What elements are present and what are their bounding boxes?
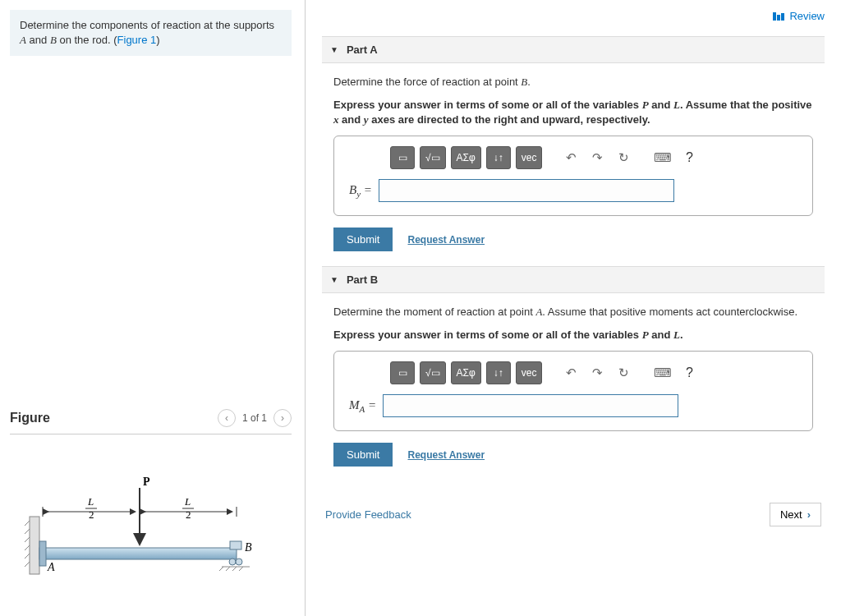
svg-line-14	[226, 567, 230, 571]
svg-text:L: L	[87, 495, 94, 508]
part-b-submit-button[interactable]: Submit	[333, 443, 393, 467]
templates-button[interactable]: ▭	[390, 146, 415, 169]
figure-prev-button[interactable]: ‹	[218, 409, 236, 427]
caret-down-icon: ▼	[330, 275, 338, 284]
part-a-submit-button[interactable]: Submit	[333, 228, 393, 251]
part-b-request-answer[interactable]: Request Answer	[407, 449, 485, 461]
greek-button[interactable]: ΑΣφ	[451, 361, 481, 384]
part-b-instructions: Express your answer in terms of some or …	[333, 328, 813, 342]
divider	[10, 434, 292, 434]
vec-button[interactable]: vec	[516, 361, 543, 384]
review-icon	[773, 12, 784, 21]
redo-button[interactable]: ↷	[586, 146, 608, 169]
label-p: P	[143, 476, 150, 488]
undo-button[interactable]: ↶	[560, 146, 581, 169]
label-a: A	[47, 561, 55, 573]
figure-pager: ‹ 1 of 1 ›	[218, 409, 292, 427]
part-a-answer-box: ▭ √▭ ΑΣφ ↓↑ vec ↶ ↷ ↻ ⌨ ? By =	[333, 136, 813, 216]
next-button[interactable]: Next›	[770, 503, 821, 526]
arrows-button[interactable]: ↓↑	[486, 146, 511, 169]
label-b: B	[245, 541, 252, 554]
part-a-request-answer[interactable]: Request Answer	[407, 234, 485, 246]
part-a-instructions: Express your answer in terms of some or …	[333, 98, 813, 127]
chevron-right-icon: ›	[807, 508, 811, 521]
greek-button[interactable]: ΑΣφ	[451, 146, 481, 169]
part-b-prompt: Determine the moment of reaction at poin…	[333, 305, 813, 319]
review-link[interactable]: Review	[773, 10, 825, 22]
part-a-header[interactable]: ▼ Part A	[322, 36, 825, 63]
sqrt-button[interactable]: √▭	[420, 146, 446, 169]
reset-button[interactable]: ↻	[613, 146, 634, 169]
figure-title: Figure	[10, 411, 50, 425]
provide-feedback-link[interactable]: Provide Feedback	[325, 508, 411, 521]
svg-line-15	[232, 567, 237, 571]
reset-button[interactable]: ↻	[613, 361, 634, 384]
part-b-answer-input[interactable]	[383, 394, 678, 417]
figure-next-button[interactable]: ›	[273, 409, 292, 427]
svg-rect-7	[39, 548, 237, 559]
part-b-answer-box: ▭ √▭ ΑΣφ ↓↑ vec ↶ ↷ ↻ ⌨ ? MA =	[333, 351, 813, 431]
redo-button[interactable]: ↷	[586, 361, 608, 384]
svg-text:2: 2	[186, 508, 191, 521]
svg-text:L: L	[184, 495, 191, 508]
undo-button[interactable]: ↶	[560, 361, 581, 384]
help-button[interactable]: ?	[678, 147, 700, 168]
svg-line-16	[239, 567, 243, 571]
svg-rect-9	[230, 541, 241, 549]
svg-line-5	[25, 554, 30, 559]
part-a-answer-input[interactable]	[379, 179, 674, 202]
svg-point-10	[229, 559, 236, 565]
part-a-prompt: Determine the force of reaction at point…	[333, 75, 813, 90]
templates-button[interactable]: ▭	[390, 361, 415, 384]
svg-rect-0	[30, 517, 39, 574]
figure-diagram: P A B L 2 L 2	[10, 459, 264, 582]
figure-link[interactable]: Figure 1	[117, 34, 157, 46]
svg-line-2	[25, 529, 30, 534]
help-button[interactable]: ?	[678, 362, 700, 384]
svg-point-11	[236, 559, 242, 565]
arrows-button[interactable]: ↓↑	[486, 361, 511, 384]
vec-button[interactable]: vec	[516, 146, 543, 169]
svg-text:2: 2	[89, 508, 94, 521]
keyboard-button[interactable]: ⌨	[652, 146, 673, 169]
svg-line-13	[219, 567, 223, 571]
part-b-variable-label: MA =	[349, 398, 376, 414]
svg-rect-8	[39, 541, 46, 566]
svg-line-6	[25, 562, 30, 567]
keyboard-button[interactable]: ⌨	[652, 361, 673, 384]
problem-intro: Determine the components of reaction at …	[10, 10, 292, 56]
svg-line-4	[25, 545, 30, 550]
svg-line-3	[25, 537, 30, 542]
sqrt-button[interactable]: √▭	[420, 361, 446, 384]
caret-down-icon: ▼	[330, 45, 338, 54]
figure-pager-text: 1 of 1	[242, 412, 267, 424]
part-a-variable-label: By =	[349, 183, 372, 199]
svg-line-1	[25, 521, 30, 526]
part-b-header[interactable]: ▼ Part B	[322, 266, 825, 293]
